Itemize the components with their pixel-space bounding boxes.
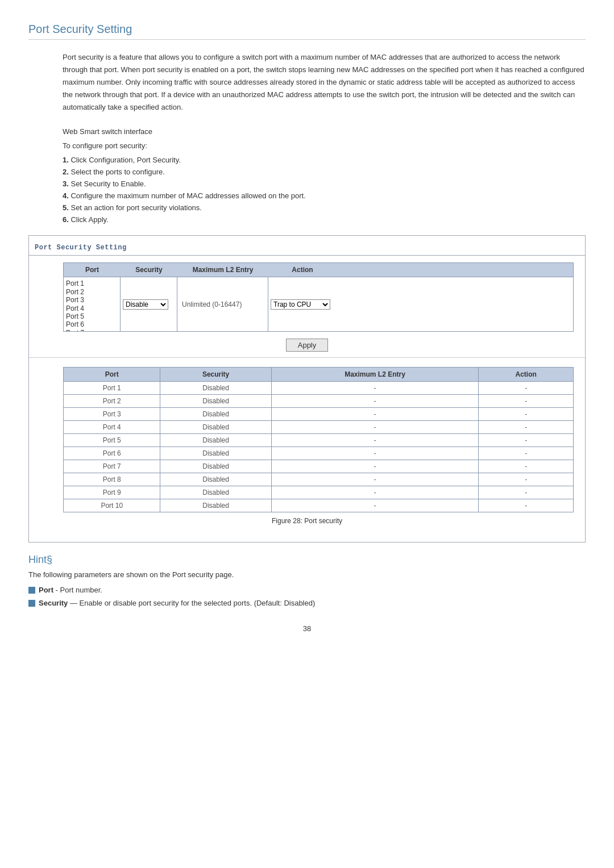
hint-bullet — [28, 600, 35, 607]
table-row: Port 5Disabled-- — [64, 433, 574, 446]
figure-caption: Figure 28: Port security — [29, 517, 585, 525]
status-table: Port Security Maximum L2 Entry Action Po… — [63, 367, 574, 512]
steps-list: 1. Click Configuration, Port Security.2.… — [63, 156, 586, 224]
divider — [29, 357, 585, 358]
table-row: Port 1Disabled-- — [64, 381, 574, 394]
table-row: Port 7Disabled-- — [64, 460, 574, 473]
action-select[interactable]: Trap to CPUDropShutdown — [271, 299, 330, 310]
panel-title-bar: Port Security Setting — [29, 241, 585, 256]
status-table-body: Port 1Disabled--Port 2Disabled--Port 3Di… — [64, 381, 574, 512]
hint-item: Security — Enable or disable port securi… — [28, 599, 586, 607]
page-number: 38 — [28, 624, 586, 633]
status-table-header-row: Port Security Maximum L2 Entry Action — [64, 367, 574, 381]
config-table-header: Port Security Maximum L2 Entry Action — [63, 262, 574, 277]
table-row: Port 4Disabled-- — [64, 420, 574, 433]
action-select-container[interactable]: Trap to CPUDropShutdown — [268, 277, 337, 331]
table-row: Port 8Disabled-- — [64, 473, 574, 486]
instructions-section: Web Smart switch interface To configure … — [63, 127, 586, 224]
step-item: 3. Set Security to Enable. — [63, 180, 586, 188]
max-entry-display: Unlimited (0-16447) — [177, 277, 268, 331]
interface-label: Web Smart switch interface — [63, 127, 586, 136]
description-text: Port security is a feature that allows y… — [63, 51, 586, 114]
header-action: Action — [268, 263, 337, 277]
header-max-l2: Maximum L2 Entry — [177, 263, 268, 277]
apply-row: Apply — [29, 339, 585, 352]
step-item: 1. Click Configuration, Port Security. — [63, 156, 586, 164]
hint-section: Hint§ The following parameters are shown… — [28, 554, 586, 607]
hint-description: The following parameters are shown on th… — [28, 570, 586, 579]
port-select-container[interactable]: Port 1Port 2Port 3Port 4Port 5Port 6Port… — [64, 277, 121, 331]
status-header-action: Action — [479, 367, 574, 381]
status-header-port: Port — [64, 367, 160, 381]
header-port: Port — [64, 263, 121, 277]
hint-bullet — [28, 587, 35, 594]
configure-label: To configure port security: — [63, 141, 586, 150]
step-item: 2. Select the ports to configure. — [63, 168, 586, 176]
security-select-container[interactable]: DisableEnable — [121, 277, 177, 331]
port-select[interactable]: Port 1Port 2Port 3Port 4Port 5Port 6Port… — [64, 277, 120, 331]
port-security-panel: Port Security Setting Port Security Maxi… — [28, 235, 586, 542]
header-security: Security — [121, 263, 177, 277]
table-row: Port 6Disabled-- — [64, 446, 574, 460]
table-row: Port 2Disabled-- — [64, 394, 574, 407]
step-item: 4. Configure the maximum number of MAC a… — [63, 191, 586, 200]
page-title: Port Security Setting — [28, 23, 586, 40]
hint-title: Hint§ — [28, 554, 586, 566]
status-header-max: Maximum L2 Entry — [271, 367, 479, 381]
step-item: 6. Click Apply. — [63, 215, 586, 224]
hint-item: Port - Port number. — [28, 586, 586, 594]
apply-button[interactable]: Apply — [286, 339, 329, 352]
table-row: Port 10Disabled-- — [64, 499, 574, 512]
config-row: Port 1Port 2Port 3Port 4Port 5Port 6Port… — [63, 277, 574, 331]
step-item: 5. Set an action for port security viola… — [63, 203, 586, 212]
status-header-security: Security — [160, 367, 271, 381]
table-row: Port 3Disabled-- — [64, 407, 574, 420]
security-select[interactable]: DisableEnable — [123, 299, 168, 310]
table-row: Port 9Disabled-- — [64, 486, 574, 499]
hint-items: Port - Port number.Security — Enable or … — [28, 586, 586, 607]
